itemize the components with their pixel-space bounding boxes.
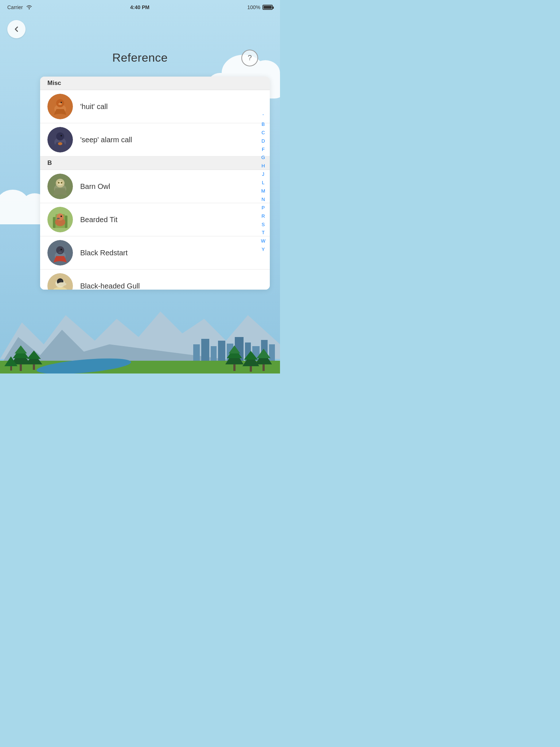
index-letter-g[interactable]: G bbox=[260, 155, 267, 162]
list-item[interactable]: 'huit' call bbox=[40, 90, 270, 123]
list-item[interactable]: Black Redstart bbox=[40, 236, 270, 270]
svg-point-9 bbox=[58, 142, 62, 145]
svg-rect-78 bbox=[262, 364, 265, 371]
status-time: 4:40 PM bbox=[130, 4, 149, 10]
index-letter-'[interactable]: ' bbox=[260, 113, 267, 120]
item-label-black-headed-gull: Black-headed Gull bbox=[80, 282, 140, 290]
svg-point-29 bbox=[61, 249, 62, 250]
index-letter-f[interactable]: F bbox=[260, 146, 267, 153]
list-item[interactable]: Barn Owl bbox=[40, 170, 270, 203]
index-letter-m[interactable]: M bbox=[260, 188, 267, 195]
item-label-huit: 'huit' call bbox=[80, 102, 108, 111]
svg-point-25 bbox=[57, 218, 60, 219]
index-letter-y[interactable]: Y bbox=[260, 247, 267, 253]
section-header-b: B bbox=[40, 156, 270, 170]
bird-list-container: Misc 'huit' call bbox=[40, 77, 270, 290]
status-left: Carrier bbox=[7, 4, 32, 11]
svg-rect-75 bbox=[250, 366, 252, 372]
status-right: 100% bbox=[247, 4, 273, 10]
svg-rect-66 bbox=[33, 364, 35, 370]
item-label-bearded-tit: Bearded Tit bbox=[80, 216, 117, 224]
index-letter-p[interactable]: P bbox=[260, 205, 267, 212]
question-mark-icon: ? bbox=[248, 54, 252, 62]
index-letter-l[interactable]: L bbox=[260, 180, 267, 187]
item-label-barn-owl: Barn Owl bbox=[80, 182, 110, 191]
svg-point-8 bbox=[61, 135, 62, 136]
index-letter-t[interactable]: T bbox=[260, 230, 267, 237]
index-letter-s[interactable]: S bbox=[260, 221, 267, 228]
landscape-svg bbox=[0, 293, 280, 374]
list-item[interactable]: 'seep' alarm call bbox=[40, 123, 270, 156]
bird-avatar-huit bbox=[47, 94, 73, 119]
svg-point-24 bbox=[61, 216, 62, 217]
section-header-misc: Misc bbox=[40, 77, 270, 90]
battery-icon bbox=[262, 5, 273, 10]
svg-point-7 bbox=[56, 132, 64, 140]
svg-point-16 bbox=[58, 182, 59, 183]
bird-list-scroll[interactable]: Misc 'huit' call bbox=[40, 77, 270, 290]
carrier-label: Carrier bbox=[7, 4, 23, 10]
svg-rect-51 bbox=[201, 339, 209, 364]
landscape bbox=[0, 293, 280, 374]
item-label-seep: 'seep' alarm call bbox=[80, 136, 132, 144]
index-letter-r[interactable]: R bbox=[260, 213, 267, 220]
battery-percent: 100% bbox=[247, 4, 260, 10]
page-title: Reference bbox=[112, 51, 168, 65]
index-letter-c[interactable]: C bbox=[260, 129, 267, 136]
bird-avatar-bearded-tit bbox=[47, 207, 73, 232]
item-label-black-redstart: Black Redstart bbox=[80, 249, 128, 257]
svg-point-36 bbox=[58, 282, 66, 286]
page-header: Reference ? bbox=[0, 51, 280, 65]
svg-point-23 bbox=[57, 213, 64, 221]
index-letter-b[interactable]: B bbox=[260, 121, 267, 128]
list-item[interactable]: Black-headed Gull bbox=[40, 270, 270, 290]
help-button[interactable]: ? bbox=[241, 50, 258, 66]
wifi-icon bbox=[26, 4, 32, 11]
svg-rect-71 bbox=[233, 364, 236, 371]
svg-point-35 bbox=[61, 280, 62, 282]
chevron-left-icon bbox=[13, 26, 20, 33]
alphabet-index: 'BCDFGHJLMNPRSTWY bbox=[260, 113, 267, 253]
bird-avatar-barn-owl bbox=[47, 174, 73, 199]
svg-point-30 bbox=[58, 251, 62, 253]
index-letter-j[interactable]: J bbox=[260, 171, 267, 178]
index-letter-d[interactable]: D bbox=[260, 138, 267, 145]
list-item[interactable]: Bearded Tit bbox=[40, 203, 270, 236]
svg-point-17 bbox=[61, 182, 62, 183]
bird-avatar-black-redstart bbox=[47, 240, 73, 266]
back-button[interactable] bbox=[7, 20, 26, 38]
bird-avatar-black-headed-gull bbox=[47, 273, 73, 290]
bird-avatar-seep bbox=[47, 127, 73, 152]
svg-rect-62 bbox=[20, 364, 22, 371]
index-letter-h[interactable]: H bbox=[260, 163, 267, 170]
status-bar: Carrier 4:40 PM 100% bbox=[0, 0, 280, 15]
svg-rect-69 bbox=[10, 366, 12, 371]
svg-point-4 bbox=[58, 103, 62, 105]
index-letter-w[interactable]: W bbox=[260, 238, 267, 245]
index-letter-n[interactable]: N bbox=[260, 196, 267, 203]
